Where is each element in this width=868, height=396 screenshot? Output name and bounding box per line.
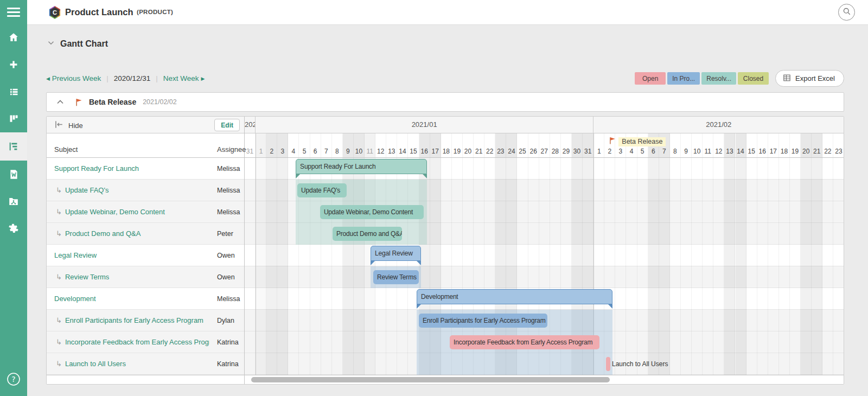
search-icon: [842, 7, 852, 18]
gantt-bar[interactable]: Enroll Participants for Early Access Pro…: [419, 314, 547, 328]
hamburger-menu-button[interactable]: [0, 0, 27, 24]
sidebar-item-files[interactable]: [0, 188, 27, 215]
task-assignee: Owen: [217, 273, 235, 281]
day-header-cell: 8: [670, 133, 681, 157]
task-row: ↳Launch to All UsersKatrina: [47, 353, 244, 375]
sidebar-item-gantt[interactable]: [0, 132, 27, 161]
main-content: Gantt Chart ◀ Previous Week | 2020/12/31…: [27, 25, 868, 396]
legend-badge-closed[interactable]: Closed: [738, 72, 769, 85]
sidebar-item-help[interactable]: ?: [0, 371, 27, 389]
next-week-link[interactable]: Next Week ▶: [163, 74, 205, 82]
day-header-cell: 23: [495, 133, 506, 157]
day-header-cell: 14: [736, 133, 746, 157]
project-logo[interactable]: C: [49, 6, 61, 19]
day-column-stripe: [713, 158, 724, 375]
task-subject-link[interactable]: Launch to All Users: [65, 360, 126, 368]
task-subject-link[interactable]: Review Terms: [65, 273, 109, 281]
task-subject-cell: ↳Product Demo and Q&A: [47, 229, 209, 238]
milestone-marker[interactable]: Beta Release: [608, 136, 666, 147]
search-button[interactable]: [838, 4, 855, 21]
day-column-stripe: [812, 158, 822, 375]
day-header-cell: 26: [528, 133, 539, 157]
gantt-bar[interactable]: [606, 357, 610, 371]
task-subject-cell: ↳Launch to All Users: [47, 360, 209, 368]
subtask-arrow-icon: ↳: [56, 273, 62, 281]
day-header-cell: 14: [397, 133, 408, 157]
legend-badge-resolv[interactable]: Resolv...: [701, 72, 736, 85]
gantt-bar[interactable]: Incorporate Feedback from Early Access P…: [450, 335, 599, 349]
day-column-stripe: [256, 158, 266, 375]
scrollbar-thumb[interactable]: [251, 377, 610, 382]
task-assignee: Melissa: [217, 165, 240, 173]
task-row: ↳Product Demo and Q&APeter: [47, 223, 244, 245]
day-header-cell: 31: [245, 133, 256, 157]
task-subject-link[interactable]: Product Demo and Q&A: [65, 229, 141, 238]
gantt-bar-label: Product Demo and Q&A: [333, 230, 402, 238]
sidebar-item-board[interactable]: [0, 105, 27, 132]
scrollbar-left-gap: [47, 375, 245, 384]
sidebar-item-add[interactable]: [0, 51, 27, 78]
previous-week-link[interactable]: ◀ Previous Week: [46, 74, 101, 82]
task-subject-link[interactable]: Enroll Participants for Early Access Pro…: [65, 316, 203, 324]
hide-panel-button[interactable]: Hide: [54, 119, 83, 131]
sidebar-item-wiki[interactable]: [0, 161, 27, 188]
collapse-chevron-up-icon[interactable]: [55, 97, 66, 107]
day-header-cell: 20: [801, 133, 812, 157]
day-column-stripe: [779, 158, 790, 375]
task-subject-cell: ↳Update Webinar, Demo Content: [47, 208, 209, 216]
day-column-stripe: [768, 158, 779, 375]
day-column-stripe: [703, 158, 713, 375]
day-header-cell: 28: [550, 133, 561, 157]
gantt-bar[interactable]: Development: [417, 289, 612, 304]
day-column-stripe: [801, 158, 812, 375]
sidebar-item-issues[interactable]: [0, 78, 27, 105]
export-excel-button[interactable]: Export Excel: [775, 70, 844, 87]
gantt-bar[interactable]: Support Ready For Launch: [296, 159, 427, 174]
task-subject-link[interactable]: Development: [54, 295, 96, 303]
gantt-bar[interactable]: Product Demo and Q&A: [333, 227, 402, 241]
day-column-stripe: [627, 158, 637, 375]
day-header-cell: 4: [288, 133, 299, 157]
task-assignee: Melissa: [217, 208, 240, 216]
subtask-arrow-icon: ↳: [56, 229, 62, 238]
milestone-flag-icon: [74, 97, 84, 107]
subject-column-header: Subject: [54, 145, 78, 154]
task-assignee: Melissa: [217, 187, 240, 194]
gantt-bar[interactable]: Legal Review: [371, 246, 421, 261]
task-subject-link[interactable]: Legal Review: [54, 251, 97, 259]
gantt-bar[interactable]: Update Webinar, Demo Content: [320, 205, 424, 219]
gantt-bar-label: Development: [417, 293, 462, 301]
legend-badge-inpro[interactable]: In Pro...: [667, 72, 700, 85]
day-header-cell: 31: [583, 133, 593, 157]
gantt-bar[interactable]: Review Terms: [373, 270, 419, 284]
gantt-bar-label: Enroll Participants for Early Access Pro…: [419, 317, 547, 324]
milestone-date: 2021/02/02: [143, 98, 177, 106]
page-title: Gantt Chart: [60, 39, 108, 49]
board-icon: [8, 113, 20, 125]
sidebar-item-home[interactable]: [0, 24, 27, 51]
day-column-stripe: [670, 158, 681, 375]
sidebar-item-settings[interactable]: [0, 215, 27, 242]
day-header-cell: 30: [572, 133, 583, 157]
task-subject-cell: ↳Enroll Participants for Early Access Pr…: [47, 316, 209, 324]
task-subject-link[interactable]: Update Webinar, Demo Content: [65, 208, 165, 216]
wiki-icon: [8, 169, 20, 180]
task-row: ↳Review TermsOwen: [47, 266, 244, 288]
day-header-cell: 9: [681, 133, 692, 157]
task-subject-link[interactable]: Update FAQ's: [65, 186, 109, 194]
gantt-bar[interactable]: Update FAQ's: [297, 183, 347, 197]
task-row: Support Ready For LaunchMelissa: [47, 158, 244, 180]
task-subject-link[interactable]: Incorporate Feedback from Early Access P…: [65, 338, 209, 346]
task-row: ↳Incorporate Feedback from Early Access …: [47, 331, 244, 353]
task-assignee: Katrina: [217, 360, 239, 368]
legend-badge-open[interactable]: Open: [635, 72, 666, 85]
milestone-title[interactable]: Beta Release: [89, 98, 136, 106]
task-list: Support Ready For LaunchMelissa↳Update F…: [47, 158, 244, 375]
day-header-cell: 22: [484, 133, 495, 157]
hamburger-icon: [7, 5, 20, 19]
day-header-cell: 6: [310, 133, 321, 157]
chevron-down-icon[interactable]: [46, 38, 56, 50]
task-subject-link[interactable]: Support Ready For Launch: [54, 164, 139, 173]
edit-button[interactable]: Edit: [214, 119, 240, 131]
day-header-cell: 18: [441, 133, 452, 157]
